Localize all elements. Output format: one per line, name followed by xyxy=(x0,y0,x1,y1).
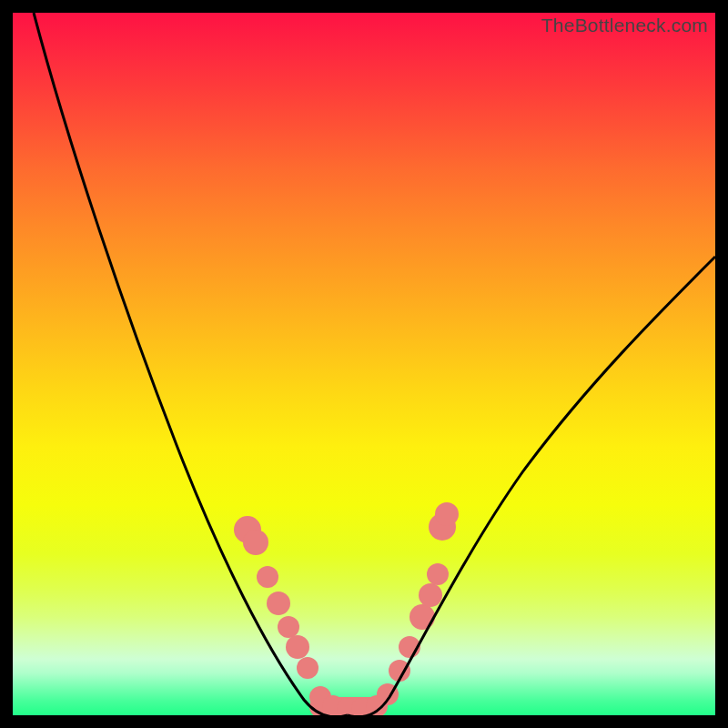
data-dot xyxy=(267,592,290,615)
dot-group xyxy=(234,502,459,715)
data-dot xyxy=(278,616,299,638)
data-dot xyxy=(419,583,442,607)
data-dot xyxy=(297,657,318,679)
data-dot xyxy=(427,563,449,585)
chart-frame: TheBottleneck.com xyxy=(0,0,728,728)
data-dot xyxy=(435,502,459,526)
left-curve xyxy=(34,13,348,715)
data-dot xyxy=(410,604,435,630)
data-dot xyxy=(243,530,268,555)
data-dot xyxy=(286,635,309,659)
chart-svg xyxy=(13,13,715,715)
plot-area: TheBottleneck.com xyxy=(13,13,715,715)
data-dot xyxy=(257,566,278,588)
